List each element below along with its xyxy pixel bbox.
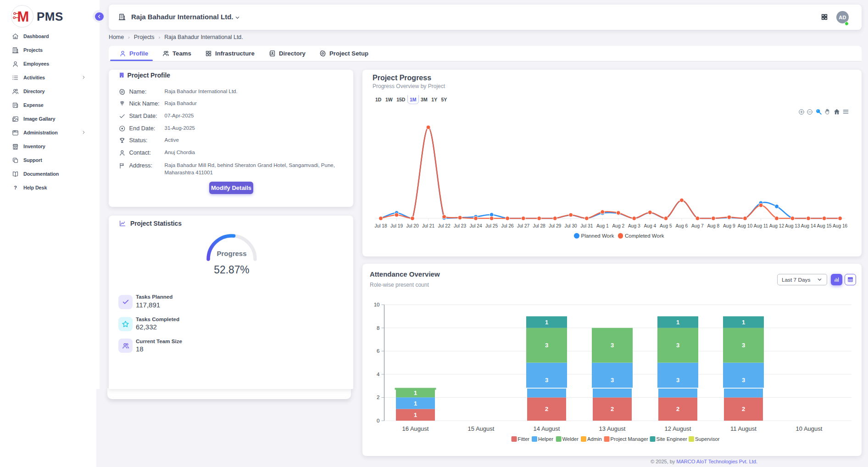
svg-text:Site Engineer: Site Engineer [657,436,687,442]
svg-text:Jul 25: Jul 25 [485,223,498,228]
svg-text:2: 2 [676,406,679,412]
svg-text:8: 8 [377,325,379,331]
svg-text:Jul 23: Jul 23 [454,223,467,228]
svg-text:1: 1 [676,319,679,326]
svg-text:Aug 1: Aug 1 [596,223,609,228]
svg-text:1: 1 [414,400,417,407]
svg-text:0: 0 [377,418,379,423]
svg-text:6: 6 [377,348,379,354]
svg-text:Aug 11: Aug 11 [754,223,768,228]
svg-text:3: 3 [676,377,679,384]
svg-text:M: M [17,9,29,25]
svg-text:Aug 2: Aug 2 [612,223,624,228]
svg-text:2: 2 [742,406,745,412]
svg-text:1: 1 [414,411,417,418]
svg-text:Aug 14: Aug 14 [801,223,816,228]
svg-text:Jul 30: Jul 30 [565,223,578,228]
svg-text:Welder: Welder [562,436,579,442]
svg-text:Admin: Admin [587,436,602,442]
svg-text:Jul 22: Jul 22 [438,223,451,228]
svg-text:4: 4 [377,372,380,377]
svg-text:Aug 16: Aug 16 [833,223,848,228]
svg-text:Aug 10: Aug 10 [738,223,753,228]
svg-text:3: 3 [611,377,614,384]
svg-text:3: 3 [611,342,614,349]
svg-text:Aug 4: Aug 4 [644,223,656,228]
svg-text:3: 3 [742,377,745,384]
svg-text:3: 3 [545,377,548,384]
svg-text:Jul 29: Jul 29 [549,223,562,228]
svg-text:Jul 20: Jul 20 [406,223,419,228]
svg-text:Aug 12: Aug 12 [769,223,785,228]
svg-text:Aug 8: Aug 8 [707,223,720,228]
svg-text:10: 10 [374,302,380,307]
svg-text:Jul 18: Jul 18 [374,223,387,228]
svg-text:1: 1 [742,319,745,326]
svg-text:3: 3 [545,342,548,349]
svg-text:15 August: 15 August [468,425,495,432]
svg-text:Jul 28: Jul 28 [533,223,546,228]
svg-text:3: 3 [742,342,745,349]
svg-text:Aug 13: Aug 13 [785,223,800,228]
svg-text:Supervisor: Supervisor [695,436,720,442]
svg-text:Aug 9: Aug 9 [723,223,735,228]
svg-text:14 August: 14 August [534,425,560,432]
svg-text:10 August: 10 August [796,425,823,432]
svg-text:Jul 31: Jul 31 [580,223,593,228]
svg-text:3: 3 [676,342,679,349]
svg-text:Jul 19: Jul 19 [390,223,403,228]
svg-text:13 August: 13 August [599,425,626,432]
svg-text:1: 1 [545,319,548,326]
svg-text:Jul 27: Jul 27 [517,223,530,228]
svg-text:2: 2 [545,406,548,412]
svg-text:Helper: Helper [538,436,553,442]
svg-text:2: 2 [611,406,614,412]
svg-text:1: 1 [414,389,417,396]
svg-text:11 August: 11 August [730,425,757,432]
svg-text:Aug 7: Aug 7 [691,223,704,228]
svg-text:Jul 26: Jul 26 [501,223,514,228]
svg-text:Jul 24: Jul 24 [470,223,483,228]
svg-text:2: 2 [377,395,379,400]
svg-text:Fitter: Fitter [518,436,530,442]
svg-text:Aug 15: Aug 15 [817,223,832,228]
svg-text:Aug 5: Aug 5 [660,223,672,228]
svg-text:12 August: 12 August [665,425,691,432]
svg-text:Aug 3: Aug 3 [628,223,640,228]
svg-text:Jul 21: Jul 21 [422,223,435,228]
svg-text:Project Manager: Project Manager [611,436,648,442]
svg-text:16 August: 16 August [402,425,429,432]
svg-text:Aug 6: Aug 6 [676,223,688,228]
